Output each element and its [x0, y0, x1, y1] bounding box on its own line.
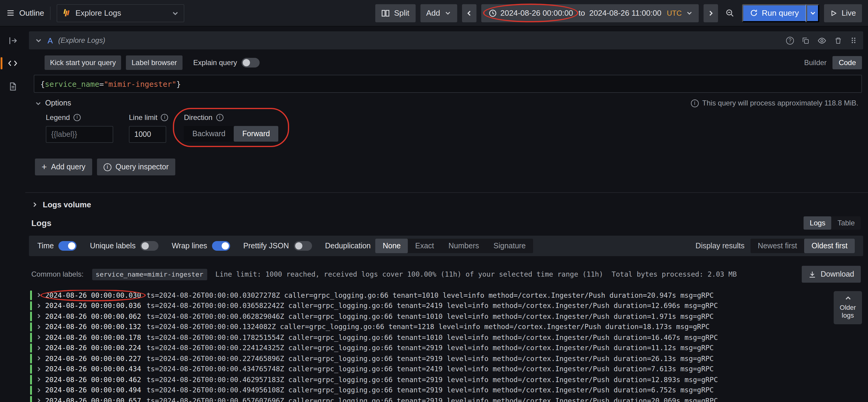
log-timestamp: 2024-08-26 00:00:00.657: [45, 397, 141, 402]
dedup-option-signature[interactable]: Signature: [487, 239, 533, 253]
direction-option-forward[interactable]: Forward: [234, 126, 279, 142]
dedup-option-exact[interactable]: Exact: [408, 239, 441, 253]
query-open-brace: {: [40, 79, 45, 88]
query-inspector-button[interactable]: i Query inspector: [97, 159, 175, 175]
log-expand-chevron[interactable]: [36, 387, 41, 393]
time-shift-forward-button[interactable]: [703, 4, 718, 22]
log-expand-chevron[interactable]: [36, 367, 41, 372]
dedup-option-none[interactable]: None: [376, 239, 408, 253]
app-picker-dropdown[interactable]: Explore Logs: [57, 4, 184, 22]
log-row[interactable]: 2024-08-26 00:00:00.132 ts=2024-08-26T00…: [30, 321, 862, 332]
info-icon: i: [216, 114, 223, 121]
log-expand-chevron[interactable]: [36, 293, 41, 298]
unique-labels-toggle-label: Unique labels: [90, 242, 136, 250]
time-range-from-group: 2024-08-26 00:00:00: [487, 8, 574, 18]
older-logs-button[interactable]: Older logs: [834, 291, 862, 324]
log-level-bar: [30, 290, 32, 300]
log-expand-chevron[interactable]: [36, 335, 41, 340]
query-ref-id[interactable]: A: [48, 36, 53, 45]
expand-pane-button[interactable]: [5, 34, 21, 47]
order-option-newest-first[interactable]: Newest first: [750, 239, 804, 253]
direction-field-label: Direction i: [184, 113, 278, 122]
view-option-table[interactable]: Table: [832, 217, 861, 230]
outline-icon: [6, 8, 15, 18]
prettify-json-toggle-label: Prettify JSON: [243, 242, 289, 250]
results-order-group: Newest first Oldest first: [750, 239, 855, 253]
order-option-oldest-first[interactable]: Oldest first: [804, 239, 855, 253]
view-option-logs[interactable]: Logs: [804, 217, 832, 230]
log-level-bar: [30, 343, 32, 352]
log-row[interactable]: 2024-08-26 00:00:00.062 ts=2024-08-26T00…: [30, 311, 862, 321]
log-row[interactable]: 2024-08-26 00:00:00.178 ts=2024-08-26T00…: [30, 332, 862, 343]
copy-icon[interactable]: [802, 36, 810, 44]
log-expand-chevron[interactable]: [36, 398, 41, 402]
zoom-out-time-button[interactable]: [722, 4, 737, 22]
log-row[interactable]: 2024-08-26 00:00:00.036 ts=2024-08-26T00…: [30, 300, 862, 311]
collapse-query-chevron[interactable]: [35, 37, 42, 44]
time-range-picker[interactable]: 2024-08-26 00:00:00 to 2024-08-26 11:00:…: [481, 4, 699, 22]
log-timestamp: 2024-08-26 00:00:00.178: [45, 333, 141, 342]
unique-labels-toggle[interactable]: [141, 241, 158, 251]
log-row[interactable]: 2024-08-26 00:00:00.224 ts=2024-08-26T00…: [30, 343, 862, 353]
query-operator: =: [99, 79, 104, 88]
log-row[interactable]: 2024-08-26 00:00:00.434 ts=2024-08-26T00…: [30, 364, 862, 374]
log-row[interactable]: 2024-08-26 00:00:00.030 ts=2024-08-26T00…: [30, 290, 862, 300]
older-logs-label: Older logs: [835, 304, 860, 320]
log-row[interactable]: 2024-08-26 00:00:00.494 ts=2024-08-26T00…: [30, 385, 862, 395]
log-expand-chevron[interactable]: [36, 324, 41, 330]
main-area: A (Explore Logs) ?: [0, 27, 868, 402]
options-header[interactable]: Options i This query will process approx…: [35, 99, 862, 107]
legend-input[interactable]: [46, 126, 113, 143]
rail-item-code[interactable]: [5, 57, 21, 70]
log-row[interactable]: 2024-08-26 00:00:00.657 ts=2024-08-26T00…: [30, 395, 862, 402]
run-query-button[interactable]: Run query: [742, 4, 806, 22]
loki-app-icon: [62, 9, 70, 17]
log-expand-chevron[interactable]: [36, 356, 41, 361]
query-close-brace: }: [177, 79, 181, 88]
line-limit-input[interactable]: [129, 126, 166, 143]
query-code-input[interactable]: {service_name="mimir-ingester"}: [34, 75, 862, 93]
log-level-bar: [30, 333, 32, 342]
trash-icon[interactable]: [834, 36, 842, 44]
log-expand-chevron[interactable]: [36, 303, 41, 309]
drag-handle-icon[interactable]: [850, 37, 857, 44]
log-line: ts=2024-08-26T00:00:00.224124325Z caller…: [147, 344, 714, 352]
common-labels-badge: service_name=mimir-ingester: [92, 268, 207, 280]
help-icon[interactable]: ?: [786, 36, 794, 44]
add-query-button[interactable]: + Add query: [35, 159, 92, 175]
logs-volume-header[interactable]: Logs volume: [29, 193, 863, 215]
add-query-label: Add query: [51, 163, 86, 171]
editor-mode-builder[interactable]: Builder: [798, 56, 833, 69]
query-toolbar: Kick start your query Label browser Expl…: [44, 55, 862, 70]
prettify-json-toggle[interactable]: [293, 241, 312, 251]
time-toggle[interactable]: [59, 241, 77, 251]
label-browser-button[interactable]: Label browser: [126, 55, 183, 70]
editor-mode-code[interactable]: Code: [833, 56, 862, 69]
wrap-lines-toggle[interactable]: [212, 241, 230, 251]
logs-doc-icon: [9, 82, 17, 91]
top-bar-right: Split Add 2024-08-26 00:: [375, 4, 862, 22]
outline-toggle[interactable]: Outline: [6, 8, 44, 18]
kick-start-button[interactable]: Kick start your query: [44, 55, 121, 70]
download-button[interactable]: Download: [802, 266, 861, 283]
direction-option-backward[interactable]: Backward: [184, 126, 234, 142]
log-row[interactable]: 2024-08-26 00:00:00.462 ts=2024-08-26T00…: [30, 374, 862, 385]
log-expand-chevron[interactable]: [36, 377, 41, 382]
rail-item-logs[interactable]: [5, 80, 21, 93]
log-expand-chevron[interactable]: [36, 345, 41, 351]
chevron-down-icon: [444, 10, 451, 16]
log-row[interactable]: 2024-08-26 00:00:00.227 ts=2024-08-26T00…: [30, 353, 862, 364]
run-query-dropdown-button[interactable]: [806, 4, 819, 22]
dedup-option-numbers[interactable]: Numbers: [441, 239, 486, 253]
legend-field: Legend i: [46, 113, 113, 143]
split-button[interactable]: Split: [375, 4, 415, 22]
options-fields: Legend i Line limit i: [46, 113, 862, 143]
live-button[interactable]: Live: [824, 4, 862, 22]
chevron-down-icon: [809, 10, 816, 16]
eye-icon[interactable]: [817, 36, 827, 45]
query-actions: + Add query i Query inspector: [35, 159, 862, 175]
time-shift-back-button[interactable]: [462, 4, 476, 22]
add-button[interactable]: Add: [420, 4, 457, 22]
log-expand-chevron[interactable]: [36, 314, 41, 319]
explain-query-toggle[interactable]: [242, 58, 260, 67]
